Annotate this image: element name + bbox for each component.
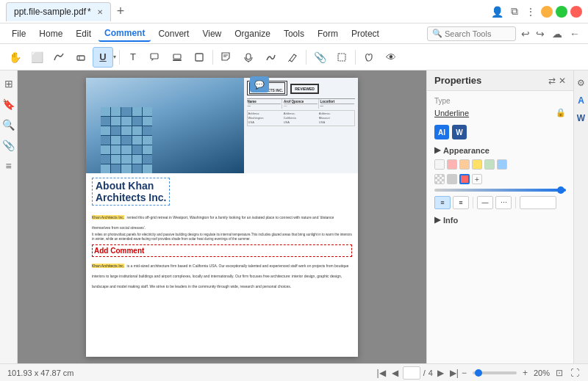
swatch-transparent[interactable] (434, 174, 445, 184)
hand-tool-button[interactable]: ✋ (4, 47, 25, 68)
area-highlight-button[interactable] (331, 47, 352, 68)
swatch-red[interactable] (459, 174, 470, 184)
separator4 (355, 50, 356, 65)
pdf-page: KHANARCHITECTS INC. REVIEWED Name— Arof … (86, 78, 358, 357)
word-tab-icon[interactable]: W (576, 112, 587, 125)
file-tab[interactable]: ppt.file-sample.pdf * ✕ (6, 2, 111, 21)
align-center-button[interactable]: ≡ (453, 196, 469, 209)
callout-button[interactable] (145, 47, 165, 68)
color-swatches-row2: + (434, 174, 566, 184)
menu-bar: File Home Edit Comment Convert View Orga… (0, 23, 588, 44)
attach-button[interactable]: 📎 (309, 47, 330, 68)
menu-file[interactable]: File (6, 26, 32, 42)
building-image (86, 78, 249, 173)
pencil-tool-button[interactable] (282, 47, 303, 68)
menu-form[interactable]: Form (312, 26, 344, 42)
font-size-input[interactable]: 12 (520, 196, 556, 209)
last-page-button[interactable]: ▶| (448, 368, 460, 378)
svg-line-9 (288, 60, 290, 62)
swatch-pink[interactable] (447, 159, 457, 170)
page-navigation: |◀ ◀ 1 / 4 ▶ ▶| (376, 366, 460, 380)
next-page-button[interactable]: ▶ (436, 368, 445, 378)
appearance-arrow[interactable]: ▶ (434, 145, 440, 155)
menu-edit[interactable]: Edit (70, 26, 97, 42)
sticky-note-button[interactable] (216, 47, 237, 68)
properties-expand-button[interactable]: ⇄ (548, 76, 556, 86)
redo-button[interactable]: ↪ (534, 28, 547, 40)
menu-tools[interactable]: Tools (278, 26, 310, 42)
menu-protect[interactable]: Protect (345, 26, 385, 42)
tab-close-button[interactable]: ✕ (97, 8, 103, 16)
ai-tab-icon[interactable]: A (576, 94, 586, 107)
fullscreen-button[interactable]: ⛶ (569, 368, 581, 378)
properties-tab-icon[interactable]: ⚙ (576, 76, 587, 90)
floating-comment[interactable]: 💬 (250, 76, 269, 92)
stamp-button[interactable] (167, 47, 187, 68)
text-comment-button[interactable]: T (123, 47, 143, 68)
swatch-yellow[interactable] (472, 159, 482, 170)
menu-home[interactable]: Home (33, 26, 68, 42)
separator1 (119, 50, 120, 65)
more-options-button[interactable]: ⋮ (523, 6, 538, 18)
search-box[interactable]: 🔍 (427, 26, 516, 41)
zoom-out-button[interactable]: − (460, 368, 468, 378)
eraser-tool-button[interactable] (71, 47, 91, 68)
thumbnail-icon[interactable]: ⊞ (3, 76, 15, 91)
zoom-slider[interactable] (473, 371, 517, 374)
svg-rect-10 (338, 54, 345, 61)
info-section: ▶ Info (434, 215, 566, 225)
align-left-button[interactable]: ≡ (434, 196, 451, 209)
back-button[interactable]: ← (567, 28, 582, 40)
search-input[interactable] (445, 29, 511, 38)
hand2-button[interactable] (359, 47, 379, 68)
audio-comment-button[interactable] (238, 47, 259, 68)
bookmark-icon[interactable]: 🔖 (1, 97, 16, 112)
fit-page-button[interactable]: ⊡ (554, 368, 564, 378)
layers-icon[interactable]: ≡ (4, 159, 12, 173)
opacity-thumb[interactable] (557, 186, 564, 194)
swatch-white[interactable] (434, 159, 445, 170)
shape-tool-button[interactable] (189, 47, 209, 68)
ink-tool-button[interactable] (260, 47, 281, 68)
swatch-green[interactable] (484, 159, 495, 170)
eye-tool-button[interactable]: 👁 (381, 47, 401, 68)
prev-page-button[interactable]: ◀ (390, 368, 400, 378)
menu-convert[interactable]: Convert (152, 26, 195, 42)
menu-view[interactable]: View (196, 26, 227, 42)
attach-sidebar-icon[interactable]: 📎 (1, 138, 16, 153)
zoom-in-button[interactable]: + (521, 368, 529, 378)
more-colors-button[interactable]: + (472, 174, 482, 184)
first-page-button[interactable]: |◀ (376, 368, 387, 378)
user-icon[interactable]: 👤 (489, 6, 506, 18)
select-tool-button[interactable]: ⬜ (26, 47, 47, 68)
underline-row: Underline 🔒 (434, 108, 566, 117)
svg-rect-4 (173, 59, 182, 61)
close-button[interactable] (570, 6, 582, 18)
swatch-gray[interactable] (447, 174, 457, 184)
tab-area: ppt.file-sample.pdf * ✕ + (6, 2, 489, 21)
cloud-button[interactable]: ☁ (550, 28, 564, 40)
right-sidebar-wrapper: Properties ⇄ ✕ Type Underline 🔒 (426, 70, 588, 363)
search-sidebar-icon[interactable]: 🔍 (1, 117, 16, 132)
page-input[interactable]: 1 (403, 366, 420, 380)
restore-button[interactable]: ⧉ (509, 5, 520, 18)
minimize-button[interactable] (541, 6, 553, 18)
undo-button[interactable]: ↩ (519, 28, 532, 40)
properties-close-button[interactable]: ✕ (559, 76, 566, 86)
underline-tool-button[interactable]: U (93, 47, 113, 68)
text-markup-button[interactable] (49, 47, 69, 68)
opacity-slider[interactable] (434, 189, 566, 192)
new-tab-button[interactable]: + (112, 4, 129, 19)
dotted-style-button[interactable]: ⋯ (495, 196, 512, 209)
maximize-button[interactable] (556, 6, 567, 18)
swatch-orange[interactable] (459, 159, 470, 170)
appearance-section: ▶ Appearance (434, 145, 566, 209)
line-style-button[interactable]: — (477, 196, 493, 209)
opacity-row (434, 189, 566, 192)
menu-comment[interactable]: Comment (98, 26, 151, 42)
info-title[interactable]: ▶ Info (434, 215, 566, 225)
menu-organize[interactable]: Organize (229, 26, 276, 42)
swatch-blue[interactable] (497, 159, 507, 170)
left-sidebar: ⊞ 🔖 🔍 📎 ≡ (0, 70, 18, 363)
underline-arrow[interactable]: ▾ (113, 54, 116, 60)
